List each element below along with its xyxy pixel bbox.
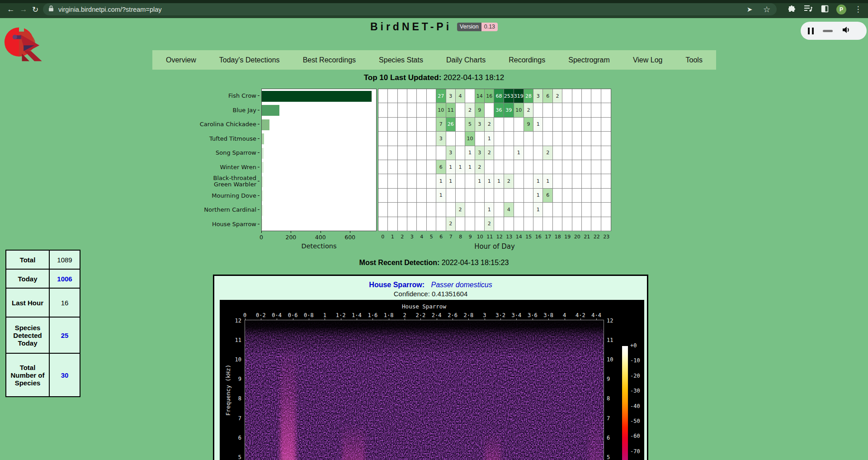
top10-label: Top 10 Last Updated: <box>364 73 442 82</box>
reload-icon[interactable]: ↻ <box>30 5 41 14</box>
chart-species-axis: Fish CrowBlue JayCarolina ChickadeeTufte… <box>199 89 259 231</box>
stat-value-species-detected-today[interactable]: 25 <box>49 317 80 353</box>
bar-blue-jay <box>262 105 279 116</box>
spectrogram-time-tick: 0 <box>243 312 246 318</box>
heatmap-cell <box>398 118 407 132</box>
version-badge: Version 0.13 <box>457 23 498 31</box>
browser-menu-kebab-icon[interactable]: ⋮ <box>854 5 863 14</box>
url-bar[interactable]: virginia.birdnetpi.com/?stream=play ➤ ☆ <box>43 3 777 15</box>
heatmap-cell <box>388 203 397 217</box>
spectrogram-freq-tick-right: 11 <box>607 337 620 343</box>
bookmark-star-icon[interactable]: ☆ <box>762 5 771 14</box>
nav-item-view-log[interactable]: View Log <box>633 56 663 64</box>
heatmap-cell: 6 <box>543 89 552 103</box>
hour-tick-label: 0 <box>378 234 388 240</box>
top10-updated-line: Top 10 Last Updated: 2022-04-13 18:12 <box>0 73 868 82</box>
heatmap-cell <box>427 189 436 203</box>
spectrogram-freq-tick-left: 6 <box>228 435 241 441</box>
media-playlist-icon[interactable] <box>804 5 813 14</box>
heatmap-cell <box>456 146 465 160</box>
heatmap-cell <box>456 118 465 132</box>
heatmap-cell <box>417 203 426 217</box>
audio-player[interactable] <box>801 22 867 40</box>
heatmap-cell <box>456 217 465 231</box>
nav-item-spectrogram[interactable]: Spectrogram <box>568 56 610 64</box>
heatmap-cell <box>446 203 456 217</box>
heatmap-cell: 2 <box>485 118 494 132</box>
nav-item-overview[interactable]: Overview <box>166 56 196 64</box>
heatmap-cell: 2 <box>485 146 494 160</box>
heatmap-cell <box>601 160 611 174</box>
heatmap-cell <box>407 174 417 188</box>
nav-item-recordings[interactable]: Recordings <box>509 56 545 64</box>
heatmap-cell <box>456 189 465 203</box>
heatmap-cell <box>572 89 582 103</box>
nav-item-today-s-detections[interactable]: Today's Detections <box>219 56 280 64</box>
most-recent-detection-line: Most Recent Detection: 2022-04-13 18:15:… <box>0 259 868 267</box>
forward-icon[interactable]: → <box>18 5 29 14</box>
heatmap-cell <box>417 89 426 103</box>
back-icon[interactable]: ← <box>5 5 16 14</box>
heatmap-cell <box>427 146 436 160</box>
heatmap-cell <box>562 174 572 188</box>
bar-axis-tick <box>321 231 321 233</box>
spectrogram-time-tick: 3·4 <box>512 312 522 318</box>
heatmap-cell <box>398 103 407 117</box>
heatmap-cell: 10 <box>514 103 524 117</box>
send-icon[interactable]: ➤ <box>745 5 754 14</box>
heatmap-cell: 2 <box>446 217 456 231</box>
nav-item-species-stats[interactable]: Species Stats <box>379 56 423 64</box>
heatmap-cell <box>543 203 552 217</box>
nav-item-daily-charts[interactable]: Daily Charts <box>446 56 486 64</box>
heatmap-cell: 1 <box>485 174 494 188</box>
heatmap-cell: 2 <box>485 217 494 231</box>
birdcall-streak <box>589 411 602 460</box>
heatmap-cell <box>378 203 388 217</box>
audio-seek-bar[interactable] <box>823 30 833 32</box>
nav-item-best-recordings[interactable]: Best Recordings <box>303 56 356 64</box>
heatmap-cell <box>378 217 388 231</box>
stat-value-total-number-of-species[interactable]: 30 <box>49 353 80 397</box>
extensions-puzzle-icon[interactable] <box>788 5 797 14</box>
detection-scientific-name[interactable]: Passer domesticus <box>431 281 492 289</box>
bar-carolina-chickadee <box>262 119 269 130</box>
heatmap-cell <box>553 203 562 217</box>
spectrogram-time-tick: 2 <box>403 312 406 318</box>
heatmap-cell <box>494 160 504 174</box>
heatmap-cell <box>553 132 562 146</box>
heatmap-cell: 11 <box>446 103 456 117</box>
heatmap-cell <box>572 118 582 132</box>
heatmap-cell <box>582 160 591 174</box>
detections-bar-chart <box>261 89 377 231</box>
spectrogram-time-tickmark <box>341 318 341 320</box>
stat-label: Today <box>6 269 49 288</box>
heatmap-cell <box>533 146 543 160</box>
nav-item-tools[interactable]: Tools <box>686 56 703 64</box>
heatmap-cell <box>398 132 407 146</box>
heatmap-cell: 9 <box>475 103 485 117</box>
hour-tick-label: 3 <box>407 234 417 240</box>
heatmap-cell <box>407 217 417 231</box>
volume-icon[interactable] <box>842 26 851 36</box>
heatmap-cell <box>524 146 533 160</box>
heatmap-cell: 2 <box>504 174 514 188</box>
spectrogram-time-tickmark <box>389 318 389 320</box>
heatmap-cell <box>494 189 504 203</box>
heatmap-cell: 1 <box>533 189 543 203</box>
heatmap-cell <box>407 89 417 103</box>
heatmap-cell <box>427 203 436 217</box>
heatmap-cell <box>456 103 465 117</box>
heatmap-cell <box>601 89 611 103</box>
spectrogram-time-tick: 2·2 <box>416 312 426 318</box>
side-panel-icon[interactable] <box>820 5 829 14</box>
heatmap-cell <box>427 160 436 174</box>
species-label: House Sparrow <box>199 217 259 232</box>
profile-avatar[interactable]: P <box>836 5 846 14</box>
url-text[interactable]: virginia.birdnetpi.com/?stream=play <box>58 6 745 13</box>
heatmap-cell <box>504 132 514 146</box>
detection-common-name[interactable]: House Sparrow: <box>369 281 425 289</box>
stat-value-today[interactable]: 1006 <box>49 269 80 288</box>
pause-icon[interactable] <box>808 28 814 34</box>
heatmap-cell: 9 <box>524 118 533 132</box>
heatmap-cell <box>562 146 572 160</box>
